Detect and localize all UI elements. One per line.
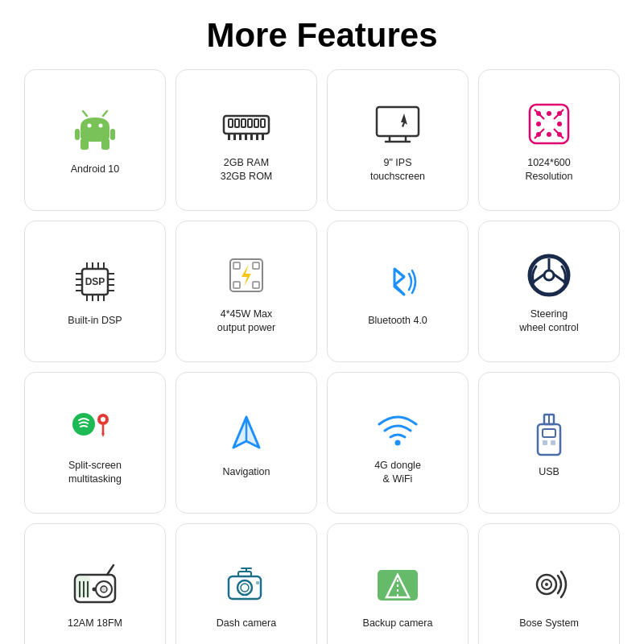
navigation-icon xyxy=(221,407,272,459)
svg-point-90 xyxy=(101,586,107,592)
card-dashcam: Dash camera xyxy=(175,523,317,644)
svg-rect-82 xyxy=(551,440,555,445)
resolution-label: 1024*600 Resolution xyxy=(525,156,572,184)
features-grid: Android 10 2GB RAM 32GB ROM xyxy=(24,69,620,644)
splitscreen-label: Split-screen multitasking xyxy=(68,459,122,487)
svg-rect-22 xyxy=(377,107,419,136)
svg-rect-20 xyxy=(256,134,258,140)
wifi-icon xyxy=(372,401,423,452)
power-icon xyxy=(221,250,272,301)
card-ips: 9" IPS touchscreen xyxy=(327,69,469,211)
radio-icon xyxy=(69,559,121,610)
navigation-label: Navigation xyxy=(222,465,270,480)
wifi-label: 4G dongle & WiFi xyxy=(374,459,421,487)
card-dsp: DSP xyxy=(24,221,166,362)
svg-point-106 xyxy=(545,583,548,586)
svg-rect-4 xyxy=(75,129,80,140)
card-radio: 12AM 18FM xyxy=(24,523,166,644)
svg-rect-13 xyxy=(254,119,258,127)
card-backup: Backup camera xyxy=(327,523,469,644)
bluetooth-icon xyxy=(372,256,423,308)
radio-label: 12AM 18FM xyxy=(68,617,122,631)
power-label: 4*45W Max output power xyxy=(217,308,275,336)
svg-rect-9 xyxy=(229,119,233,127)
backup-label: Backup camera xyxy=(363,617,433,631)
dsp-icon: DSP xyxy=(69,256,121,308)
usb-icon xyxy=(523,407,575,459)
page-title: More Features xyxy=(206,16,437,55)
svg-rect-18 xyxy=(245,134,247,140)
svg-line-36 xyxy=(554,109,564,119)
card-android: Android 10 xyxy=(24,69,166,211)
svg-rect-80 xyxy=(543,429,555,437)
card-steering: Steering wheel control xyxy=(478,221,620,362)
svg-line-69 xyxy=(553,274,564,282)
ips-label: 9" IPS touchscreen xyxy=(370,156,425,184)
svg-rect-11 xyxy=(242,119,246,127)
svg-line-35 xyxy=(535,109,544,119)
svg-rect-21 xyxy=(262,134,264,140)
svg-rect-97 xyxy=(238,572,251,576)
card-bose: Bose System xyxy=(478,523,620,644)
android-icon xyxy=(69,105,121,156)
splitscreen-icon xyxy=(69,401,121,452)
dashcam-icon xyxy=(221,559,272,610)
svg-rect-100 xyxy=(256,581,259,584)
svg-point-66 xyxy=(544,270,554,280)
resolution-icon xyxy=(523,98,575,150)
android-label: Android 10 xyxy=(71,163,119,177)
bluetooth-label: Bluetooth 4.0 xyxy=(368,314,427,328)
svg-rect-7 xyxy=(101,138,109,150)
svg-rect-81 xyxy=(543,440,547,445)
card-power: 4*45W Max output power xyxy=(175,221,317,362)
svg-point-95 xyxy=(237,580,252,595)
svg-rect-10 xyxy=(235,119,239,127)
svg-rect-16 xyxy=(233,134,236,140)
svg-rect-6 xyxy=(80,138,89,150)
svg-rect-19 xyxy=(250,134,253,140)
ips-icon xyxy=(372,98,423,150)
svg-point-30 xyxy=(536,122,541,126)
svg-marker-62 xyxy=(242,264,251,287)
svg-point-78 xyxy=(395,440,401,445)
card-ram: 2GB RAM 32GB ROM xyxy=(175,69,317,211)
card-bluetooth: Bluetooth 4.0 xyxy=(327,221,469,362)
svg-rect-12 xyxy=(248,119,252,127)
svg-text:DSP: DSP xyxy=(85,276,105,287)
bose-icon xyxy=(523,559,575,610)
svg-line-63 xyxy=(394,269,404,277)
ram-icon xyxy=(221,98,272,150)
usb-label: USB xyxy=(539,465,559,480)
svg-point-33 xyxy=(547,132,551,137)
svg-point-70 xyxy=(72,413,95,436)
card-resolution: 1024*600 Resolution xyxy=(478,69,620,211)
svg-marker-74 xyxy=(101,433,105,437)
backup-icon xyxy=(372,559,423,610)
svg-rect-14 xyxy=(261,119,265,127)
svg-rect-58 xyxy=(233,262,240,269)
bose-label: Bose System xyxy=(519,617,579,631)
svg-rect-93 xyxy=(76,576,90,597)
svg-point-92 xyxy=(93,588,97,592)
card-splitscreen: Split-screen multitasking xyxy=(24,372,166,514)
svg-line-64 xyxy=(394,285,404,295)
svg-line-0 xyxy=(83,111,87,116)
svg-point-72 xyxy=(101,417,105,422)
svg-rect-15 xyxy=(228,134,230,140)
svg-rect-59 xyxy=(253,262,259,269)
svg-line-91 xyxy=(107,565,114,575)
steering-label: Steering wheel control xyxy=(519,308,579,336)
card-usb: USB xyxy=(478,372,620,514)
svg-point-28 xyxy=(547,111,551,116)
svg-point-31 xyxy=(557,122,562,126)
svg-point-96 xyxy=(241,584,249,592)
ram-label: 2GB RAM 32GB ROM xyxy=(221,156,273,184)
svg-rect-5 xyxy=(110,129,115,140)
dashcam-label: Dash camera xyxy=(217,617,276,631)
svg-line-38 xyxy=(554,129,564,138)
card-wifi: 4G dongle & WiFi xyxy=(327,372,469,514)
card-navigation: Navigation xyxy=(175,372,317,514)
svg-point-2 xyxy=(88,124,92,128)
svg-rect-17 xyxy=(239,134,242,140)
svg-rect-60 xyxy=(233,282,240,288)
